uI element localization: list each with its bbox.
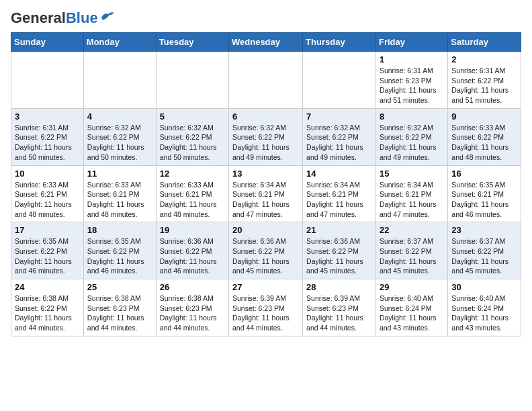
day-info: Sunrise: 6:38 AM Sunset: 6:23 PM Dayligh… bbox=[160, 293, 225, 333]
calendar-cell: 30Sunrise: 6:40 AM Sunset: 6:24 PM Dayli… bbox=[448, 279, 521, 336]
calendar-cell: 25Sunrise: 6:38 AM Sunset: 6:23 PM Dayli… bbox=[83, 279, 156, 336]
calendar-cell: 22Sunrise: 6:37 AM Sunset: 6:22 PM Dayli… bbox=[375, 222, 447, 279]
day-info: Sunrise: 6:40 AM Sunset: 6:24 PM Dayligh… bbox=[451, 293, 517, 333]
day-info: Sunrise: 6:39 AM Sunset: 6:23 PM Dayligh… bbox=[232, 293, 299, 333]
day-info: Sunrise: 6:33 AM Sunset: 6:22 PM Dayligh… bbox=[451, 123, 517, 163]
day-number: 29 bbox=[380, 282, 444, 292]
day-number: 12 bbox=[160, 169, 225, 179]
day-info: Sunrise: 6:36 AM Sunset: 6:22 PM Dayligh… bbox=[232, 236, 299, 276]
day-info: Sunrise: 6:36 AM Sunset: 6:22 PM Dayligh… bbox=[306, 236, 372, 276]
calendar-cell: 4Sunrise: 6:32 AM Sunset: 6:22 PM Daylig… bbox=[83, 108, 156, 165]
calendar-cell: 14Sunrise: 6:34 AM Sunset: 6:21 PM Dayli… bbox=[303, 165, 376, 222]
day-info: Sunrise: 6:34 AM Sunset: 6:21 PM Dayligh… bbox=[380, 180, 444, 220]
day-info: Sunrise: 6:40 AM Sunset: 6:24 PM Dayligh… bbox=[380, 293, 444, 333]
day-number: 9 bbox=[451, 111, 517, 122]
calendar-cell: 15Sunrise: 6:34 AM Sunset: 6:21 PM Dayli… bbox=[375, 165, 447, 222]
day-info: Sunrise: 6:32 AM Sunset: 6:22 PM Dayligh… bbox=[380, 123, 444, 163]
day-number: 22 bbox=[380, 225, 444, 235]
day-number: 28 bbox=[306, 282, 372, 292]
day-number: 26 bbox=[160, 282, 225, 292]
calendar-cell: 27Sunrise: 6:39 AM Sunset: 6:23 PM Dayli… bbox=[229, 279, 303, 336]
day-info: Sunrise: 6:32 AM Sunset: 6:22 PM Dayligh… bbox=[87, 123, 152, 163]
calendar-cell bbox=[156, 52, 228, 109]
day-number: 21 bbox=[306, 225, 372, 235]
day-info: Sunrise: 6:31 AM Sunset: 6:22 PM Dayligh… bbox=[451, 66, 517, 105]
day-info: Sunrise: 6:38 AM Sunset: 6:23 PM Dayligh… bbox=[87, 293, 152, 333]
week-row-1: 1Sunrise: 6:31 AM Sunset: 6:23 PM Daylig… bbox=[11, 52, 521, 109]
calendar-cell: 10Sunrise: 6:33 AM Sunset: 6:21 PM Dayli… bbox=[11, 165, 84, 222]
week-row-2: 3Sunrise: 6:31 AM Sunset: 6:22 PM Daylig… bbox=[11, 108, 521, 165]
weekday-header-wednesday: Wednesday bbox=[229, 33, 303, 52]
weekday-header-tuesday: Tuesday bbox=[156, 33, 228, 52]
calendar-cell bbox=[229, 52, 303, 109]
day-number: 25 bbox=[87, 282, 152, 292]
calendar-cell: 28Sunrise: 6:39 AM Sunset: 6:23 PM Dayli… bbox=[303, 279, 376, 336]
calendar-cell: 21Sunrise: 6:36 AM Sunset: 6:22 PM Dayli… bbox=[303, 222, 376, 279]
day-number: 14 bbox=[306, 169, 372, 179]
calendar-cell: 29Sunrise: 6:40 AM Sunset: 6:24 PM Dayli… bbox=[375, 279, 447, 336]
calendar-cell: 6Sunrise: 6:32 AM Sunset: 6:22 PM Daylig… bbox=[229, 108, 303, 165]
calendar-cell: 3Sunrise: 6:31 AM Sunset: 6:22 PM Daylig… bbox=[11, 108, 84, 165]
day-number: 6 bbox=[232, 111, 299, 122]
day-info: Sunrise: 6:36 AM Sunset: 6:22 PM Dayligh… bbox=[160, 236, 225, 276]
logo: GeneralBlue bbox=[11, 11, 115, 26]
calendar-cell: 20Sunrise: 6:36 AM Sunset: 6:22 PM Dayli… bbox=[229, 222, 303, 279]
calendar-cell: 2Sunrise: 6:31 AM Sunset: 6:22 PM Daylig… bbox=[448, 52, 521, 109]
calendar-cell: 9Sunrise: 6:33 AM Sunset: 6:22 PM Daylig… bbox=[448, 108, 521, 165]
calendar-cell: 12Sunrise: 6:33 AM Sunset: 6:21 PM Dayli… bbox=[156, 165, 228, 222]
day-number: 27 bbox=[232, 282, 299, 292]
calendar-cell: 23Sunrise: 6:37 AM Sunset: 6:22 PM Dayli… bbox=[448, 222, 521, 279]
day-number: 7 bbox=[306, 111, 372, 122]
day-number: 10 bbox=[15, 169, 80, 179]
day-info: Sunrise: 6:37 AM Sunset: 6:22 PM Dayligh… bbox=[451, 236, 517, 276]
day-number: 19 bbox=[160, 225, 225, 235]
day-number: 18 bbox=[87, 225, 152, 235]
day-info: Sunrise: 6:35 AM Sunset: 6:21 PM Dayligh… bbox=[451, 180, 517, 220]
day-info: Sunrise: 6:39 AM Sunset: 6:23 PM Dayligh… bbox=[306, 293, 372, 333]
calendar-cell bbox=[83, 52, 156, 109]
weekday-header-sunday: Sunday bbox=[11, 33, 84, 52]
day-number: 2 bbox=[451, 54, 517, 64]
calendar-cell: 24Sunrise: 6:38 AM Sunset: 6:22 PM Dayli… bbox=[11, 279, 84, 336]
day-info: Sunrise: 6:32 AM Sunset: 6:22 PM Dayligh… bbox=[306, 123, 372, 163]
day-info: Sunrise: 6:32 AM Sunset: 6:22 PM Dayligh… bbox=[160, 123, 225, 163]
day-info: Sunrise: 6:35 AM Sunset: 6:22 PM Dayligh… bbox=[15, 236, 80, 276]
logo-bird-icon bbox=[100, 11, 115, 23]
weekday-header-friday: Friday bbox=[375, 33, 447, 52]
calendar-table: SundayMondayTuesdayWednesdayThursdayFrid… bbox=[11, 32, 521, 336]
calendar-cell: 17Sunrise: 6:35 AM Sunset: 6:22 PM Dayli… bbox=[11, 222, 84, 279]
calendar-cell: 8Sunrise: 6:32 AM Sunset: 6:22 PM Daylig… bbox=[375, 108, 447, 165]
day-info: Sunrise: 6:34 AM Sunset: 6:21 PM Dayligh… bbox=[232, 180, 299, 220]
week-row-5: 24Sunrise: 6:38 AM Sunset: 6:22 PM Dayli… bbox=[11, 279, 521, 336]
day-info: Sunrise: 6:33 AM Sunset: 6:21 PM Dayligh… bbox=[160, 180, 225, 220]
calendar-cell: 13Sunrise: 6:34 AM Sunset: 6:21 PM Dayli… bbox=[229, 165, 303, 222]
week-row-3: 10Sunrise: 6:33 AM Sunset: 6:21 PM Dayli… bbox=[11, 165, 521, 222]
logo-blue-text: Blue bbox=[66, 9, 98, 26]
day-number: 13 bbox=[232, 169, 299, 179]
day-number: 5 bbox=[160, 111, 225, 122]
day-info: Sunrise: 6:32 AM Sunset: 6:22 PM Dayligh… bbox=[232, 123, 299, 163]
day-number: 3 bbox=[15, 111, 80, 122]
day-info: Sunrise: 6:33 AM Sunset: 6:21 PM Dayligh… bbox=[87, 180, 152, 220]
day-number: 17 bbox=[15, 225, 80, 235]
calendar-cell bbox=[11, 52, 84, 109]
day-number: 16 bbox=[451, 169, 517, 179]
weekday-header-monday: Monday bbox=[83, 33, 156, 52]
day-info: Sunrise: 6:38 AM Sunset: 6:22 PM Dayligh… bbox=[15, 293, 80, 333]
calendar-cell: 19Sunrise: 6:36 AM Sunset: 6:22 PM Dayli… bbox=[156, 222, 228, 279]
weekday-header-row: SundayMondayTuesdayWednesdayThursdayFrid… bbox=[11, 33, 521, 52]
day-number: 8 bbox=[380, 111, 444, 122]
logo-general: General bbox=[11, 9, 66, 26]
day-number: 11 bbox=[87, 169, 152, 179]
calendar-cell: 18Sunrise: 6:35 AM Sunset: 6:22 PM Dayli… bbox=[83, 222, 156, 279]
day-number: 4 bbox=[87, 111, 152, 122]
day-number: 15 bbox=[380, 169, 444, 179]
day-number: 20 bbox=[232, 225, 299, 235]
weekday-header-thursday: Thursday bbox=[303, 33, 376, 52]
day-info: Sunrise: 6:31 AM Sunset: 6:22 PM Dayligh… bbox=[15, 123, 80, 163]
calendar-cell: 7Sunrise: 6:32 AM Sunset: 6:22 PM Daylig… bbox=[303, 108, 376, 165]
day-number: 23 bbox=[451, 225, 517, 235]
calendar-cell: 16Sunrise: 6:35 AM Sunset: 6:21 PM Dayli… bbox=[448, 165, 521, 222]
week-row-4: 17Sunrise: 6:35 AM Sunset: 6:22 PM Dayli… bbox=[11, 222, 521, 279]
calendar-cell: 1Sunrise: 6:31 AM Sunset: 6:23 PM Daylig… bbox=[375, 52, 447, 109]
